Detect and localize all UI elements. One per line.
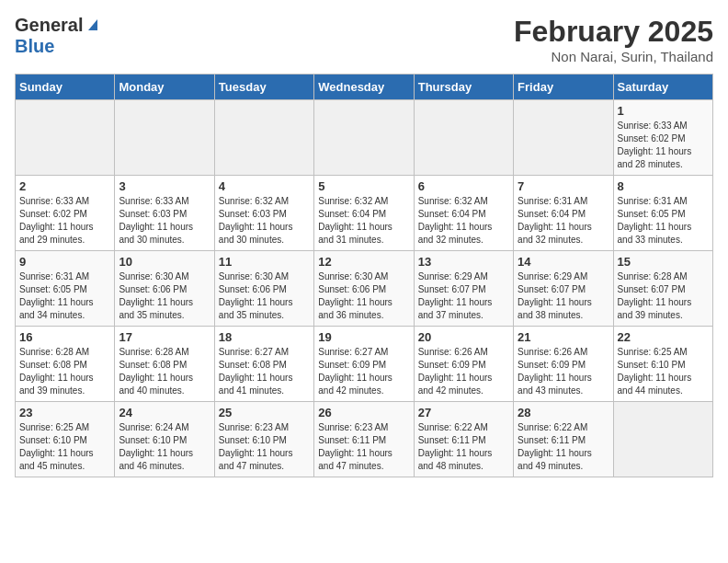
day-info: Sunrise: 6:31 AM Sunset: 6:05 PM Dayligh…	[618, 195, 709, 247]
logo-icon	[85, 16, 101, 32]
svg-marker-0	[88, 19, 97, 30]
day-info: Sunrise: 6:27 AM Sunset: 6:08 PM Dayligh…	[219, 346, 310, 397]
day-number: 25	[219, 406, 310, 419]
day-number: 7	[518, 179, 609, 193]
day-number: 14	[518, 255, 609, 269]
header-day-sunday: Sunday	[16, 75, 115, 100]
day-number: 22	[618, 330, 709, 344]
day-info: Sunrise: 6:32 AM Sunset: 6:04 PM Dayligh…	[318, 195, 409, 247]
day-cell: 5Sunrise: 6:32 AM Sunset: 6:04 PM Daylig…	[314, 176, 414, 251]
day-cell: 4Sunrise: 6:32 AM Sunset: 6:03 PM Daylig…	[214, 176, 313, 251]
header-day-saturday: Saturday	[613, 75, 712, 100]
day-cell	[514, 100, 613, 176]
day-info: Sunrise: 6:32 AM Sunset: 6:04 PM Dayligh…	[418, 195, 509, 247]
day-number: 27	[418, 406, 509, 419]
week-row-4: 23Sunrise: 6:25 AM Sunset: 6:10 PM Dayli…	[16, 402, 713, 477]
title-area: February 2025 Non Narai, Surin, Thailand	[514, 15, 713, 64]
day-info: Sunrise: 6:30 AM Sunset: 6:06 PM Dayligh…	[219, 270, 310, 322]
day-info: Sunrise: 6:26 AM Sunset: 6:09 PM Dayligh…	[418, 346, 509, 397]
week-row-0: 1Sunrise: 6:33 AM Sunset: 6:02 PM Daylig…	[16, 100, 713, 176]
day-cell	[613, 402, 712, 477]
day-info: Sunrise: 6:23 AM Sunset: 6:10 PM Dayligh…	[219, 421, 310, 473]
calendar-subtitle: Non Narai, Surin, Thailand	[514, 49, 713, 64]
day-info: Sunrise: 6:22 AM Sunset: 6:11 PM Dayligh…	[518, 421, 609, 473]
day-info: Sunrise: 6:33 AM Sunset: 6:02 PM Dayligh…	[618, 120, 709, 171]
day-number: 10	[119, 255, 210, 269]
day-info: Sunrise: 6:32 AM Sunset: 6:03 PM Dayligh…	[219, 195, 310, 247]
day-cell: 23Sunrise: 6:25 AM Sunset: 6:10 PM Dayli…	[16, 402, 115, 477]
day-info: Sunrise: 6:30 AM Sunset: 6:06 PM Dayligh…	[318, 270, 409, 322]
day-number: 21	[518, 330, 609, 344]
day-cell	[214, 100, 313, 176]
day-info: Sunrise: 6:27 AM Sunset: 6:09 PM Dayligh…	[318, 346, 409, 397]
day-number: 26	[318, 406, 409, 419]
day-number: 17	[119, 330, 210, 344]
header-row: SundayMondayTuesdayWednesdayThursdayFrid…	[16, 75, 713, 100]
day-cell: 21Sunrise: 6:26 AM Sunset: 6:09 PM Dayli…	[514, 327, 613, 402]
day-cell: 26Sunrise: 6:23 AM Sunset: 6:11 PM Dayli…	[314, 402, 414, 477]
day-info: Sunrise: 6:28 AM Sunset: 6:07 PM Dayligh…	[618, 270, 709, 322]
day-cell	[314, 100, 414, 176]
day-cell	[115, 100, 214, 176]
header-day-friday: Friday	[514, 75, 613, 100]
day-cell: 8Sunrise: 6:31 AM Sunset: 6:05 PM Daylig…	[613, 176, 712, 251]
header-day-wednesday: Wednesday	[314, 75, 414, 100]
header-day-monday: Monday	[115, 75, 214, 100]
calendar-table: SundayMondayTuesdayWednesdayThursdayFrid…	[15, 74, 713, 477]
day-cell: 19Sunrise: 6:27 AM Sunset: 6:09 PM Dayli…	[314, 327, 414, 402]
day-number: 28	[518, 406, 609, 419]
day-cell: 14Sunrise: 6:29 AM Sunset: 6:07 PM Dayli…	[514, 251, 613, 327]
day-cell: 22Sunrise: 6:25 AM Sunset: 6:10 PM Dayli…	[613, 327, 712, 402]
calendar-title: February 2025	[514, 15, 713, 49]
day-info: Sunrise: 6:31 AM Sunset: 6:05 PM Dayligh…	[19, 270, 110, 322]
day-number: 1	[618, 104, 709, 118]
day-number: 6	[418, 179, 509, 193]
day-cell: 15Sunrise: 6:28 AM Sunset: 6:07 PM Dayli…	[613, 251, 712, 327]
day-cell: 7Sunrise: 6:31 AM Sunset: 6:04 PM Daylig…	[514, 176, 613, 251]
day-number: 12	[318, 255, 409, 269]
day-info: Sunrise: 6:23 AM Sunset: 6:11 PM Dayligh…	[318, 421, 409, 473]
day-info: Sunrise: 6:24 AM Sunset: 6:10 PM Dayligh…	[119, 421, 210, 473]
day-info: Sunrise: 6:28 AM Sunset: 6:08 PM Dayligh…	[119, 346, 210, 397]
header-day-thursday: Thursday	[414, 75, 513, 100]
day-info: Sunrise: 6:29 AM Sunset: 6:07 PM Dayligh…	[518, 270, 609, 322]
day-cell: 2Sunrise: 6:33 AM Sunset: 6:02 PM Daylig…	[16, 176, 115, 251]
day-info: Sunrise: 6:22 AM Sunset: 6:11 PM Dayligh…	[418, 421, 509, 473]
day-info: Sunrise: 6:29 AM Sunset: 6:07 PM Dayligh…	[418, 270, 509, 322]
day-number: 3	[119, 179, 210, 193]
day-number: 11	[219, 255, 310, 269]
day-info: Sunrise: 6:33 AM Sunset: 6:03 PM Dayligh…	[119, 195, 210, 247]
day-cell: 13Sunrise: 6:29 AM Sunset: 6:07 PM Dayli…	[414, 251, 513, 327]
logo-blue-text: Blue	[15, 36, 54, 57]
day-number: 24	[119, 406, 210, 419]
day-cell: 1Sunrise: 6:33 AM Sunset: 6:02 PM Daylig…	[613, 100, 712, 176]
day-cell: 25Sunrise: 6:23 AM Sunset: 6:10 PM Dayli…	[214, 402, 313, 477]
day-cell: 17Sunrise: 6:28 AM Sunset: 6:08 PM Dayli…	[115, 327, 214, 402]
week-row-1: 2Sunrise: 6:33 AM Sunset: 6:02 PM Daylig…	[16, 176, 713, 251]
logo: General Blue	[15, 15, 101, 57]
day-number: 9	[19, 255, 110, 269]
day-number: 4	[219, 179, 310, 193]
day-cell: 16Sunrise: 6:28 AM Sunset: 6:08 PM Dayli…	[16, 327, 115, 402]
day-number: 5	[318, 179, 409, 193]
logo-general-text: General	[15, 15, 83, 36]
day-cell: 12Sunrise: 6:30 AM Sunset: 6:06 PM Dayli…	[314, 251, 414, 327]
day-cell	[16, 100, 115, 176]
day-cell	[414, 100, 513, 176]
day-info: Sunrise: 6:25 AM Sunset: 6:10 PM Dayligh…	[618, 346, 709, 397]
day-cell: 6Sunrise: 6:32 AM Sunset: 6:04 PM Daylig…	[414, 176, 513, 251]
day-cell: 3Sunrise: 6:33 AM Sunset: 6:03 PM Daylig…	[115, 176, 214, 251]
day-number: 13	[418, 255, 509, 269]
day-cell: 28Sunrise: 6:22 AM Sunset: 6:11 PM Dayli…	[514, 402, 613, 477]
day-info: Sunrise: 6:31 AM Sunset: 6:04 PM Dayligh…	[518, 195, 609, 247]
day-cell: 11Sunrise: 6:30 AM Sunset: 6:06 PM Dayli…	[214, 251, 313, 327]
day-number: 23	[19, 406, 110, 419]
week-row-3: 16Sunrise: 6:28 AM Sunset: 6:08 PM Dayli…	[16, 327, 713, 402]
header: General Blue February 2025 Non Narai, Su…	[15, 15, 713, 64]
day-number: 18	[219, 330, 310, 344]
day-info: Sunrise: 6:33 AM Sunset: 6:02 PM Dayligh…	[19, 195, 110, 247]
week-row-2: 9Sunrise: 6:31 AM Sunset: 6:05 PM Daylig…	[16, 251, 713, 327]
day-info: Sunrise: 6:25 AM Sunset: 6:10 PM Dayligh…	[19, 421, 110, 473]
day-info: Sunrise: 6:28 AM Sunset: 6:08 PM Dayligh…	[19, 346, 110, 397]
day-cell: 9Sunrise: 6:31 AM Sunset: 6:05 PM Daylig…	[16, 251, 115, 327]
